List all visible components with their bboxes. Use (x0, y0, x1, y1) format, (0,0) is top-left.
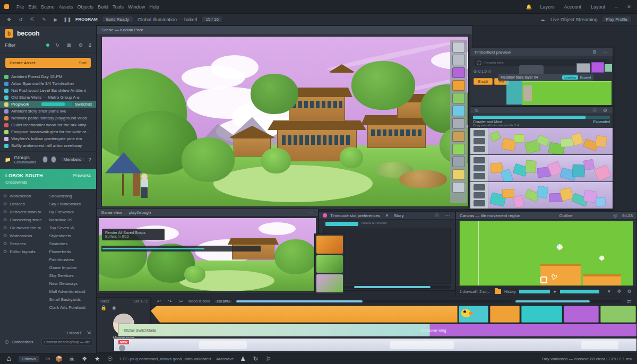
sort-label[interactable]: Sort (79, 60, 87, 65)
swatch-green[interactable] (600, 306, 636, 323)
star-icon[interactable]: ★ (93, 355, 101, 362)
eye-icon[interactable]: ◉ (110, 304, 118, 311)
tile-gray-icon[interactable] (452, 131, 465, 142)
hierarchy-item[interactable]: Softly ambercrest mill arbor creekway (0, 142, 96, 149)
swatch-orange[interactable] (490, 306, 520, 323)
refresh-icon[interactable]: ↻ (252, 355, 260, 362)
level-progress-2[interactable] (560, 290, 599, 293)
asset-block[interactable] (561, 138, 574, 147)
gear-icon[interactable]: ⚙ (601, 107, 609, 114)
list-item[interactable]: ⚙Editor layouts (3, 248, 47, 256)
scale-tool-icon[interactable]: ⇱ (29, 16, 36, 23)
scene-viewport[interactable] (101, 36, 469, 207)
pin-icon[interactable]: ☉ (591, 107, 598, 114)
more-icon[interactable]: ⋯ (601, 48, 609, 56)
grid-view-icon[interactable]: ▦ (65, 41, 73, 49)
pause-button[interactable]: ❚❚ (64, 16, 71, 23)
zoom-tool-icon[interactable] (452, 182, 465, 193)
more-icon[interactable]: ⋯ (444, 212, 451, 219)
list-item[interactable]: Sky Services (49, 272, 93, 280)
chevron-down-icon[interactable]: ▾ (606, 288, 613, 295)
clip-ghost[interactable] (199, 341, 247, 349)
hierarchy-item[interactable]: Arbor Sparrowlife 3/4 Twinfeather (0, 80, 96, 87)
settings-icon[interactable]: ⚙ (77, 41, 84, 49)
minimize-icon[interactable]: – (613, 3, 620, 11)
menu-item-build[interactable]: Build (96, 3, 110, 11)
refresh-icon[interactable]: ↻ (54, 41, 61, 49)
ring-sprite[interactable]: ❉ (599, 254, 605, 262)
loop-icon[interactable]: ⇄ (625, 298, 633, 305)
power-icon[interactable]: ♺ (5, 355, 13, 362)
members-button[interactable]: Members (59, 156, 85, 163)
move-tool-icon[interactable]: ✥ (5, 16, 13, 23)
asset-block[interactable] (595, 135, 608, 148)
asset-block[interactable] (593, 164, 611, 181)
platform-block[interactable] (583, 274, 621, 286)
asset-preview-row[interactable] (470, 155, 613, 182)
refresh-icon[interactable]: ↻ (474, 107, 479, 114)
hierarchy-item[interactable]: Nat Fushwood Level Sandview Ambient (0, 87, 96, 94)
robot-icon[interactable]: ☠ (68, 355, 75, 362)
snap-icon[interactable]: ✥ (616, 288, 623, 295)
menu-item-window[interactable]: Window (126, 3, 147, 11)
row-tool-icon[interactable] (474, 138, 485, 144)
hierarchy-item[interactable]: PropworkSwatchlist (0, 101, 96, 108)
bpm-chip[interactable]: 128 BPM (214, 299, 233, 304)
create-asset-button[interactable]: Create Asset Sort (5, 58, 91, 68)
camera-icon[interactable]: ◎ (612, 212, 619, 219)
menu-item-assets[interactable]: Assets (57, 3, 75, 11)
list-item[interactable]: Sky Frameworks (49, 200, 93, 208)
hierarchy-item[interactable]: Gullet treehandler wood for the ark viny… (0, 122, 96, 128)
menu-item-edit[interactable]: Edit (27, 3, 39, 11)
rotate-tool-icon[interactable]: ↺ (17, 16, 24, 23)
asset-block[interactable] (595, 197, 606, 206)
ring-sprite[interactable]: ❉ (556, 242, 563, 252)
timeline-scrub-bar-2[interactable] (515, 300, 622, 302)
gear-icon[interactable]: ⚙ (626, 288, 633, 295)
asset-block[interactable] (501, 169, 514, 182)
avatar[interactable] (42, 156, 48, 163)
list-item[interactable]: ⚙Behaved town tours (3, 208, 47, 216)
package-icon[interactable]: 📦 (55, 355, 63, 362)
hierarchy-item[interactable]: Foxglove boardwalk glen for the wide arb… (0, 128, 96, 135)
hierarchy-item[interactable]: Ambient story shelf plane live (0, 108, 96, 115)
row-tool-icon[interactable] (474, 200, 485, 206)
list-item[interactable]: Small Backyards (49, 296, 93, 304)
console-nav[interactable]: Story (394, 213, 404, 218)
hierarchy-item[interactable]: Old Stone Wells — Metro Group A-e (0, 94, 96, 101)
list-item[interactable]: New Getaways (49, 280, 93, 288)
level-canvas[interactable]: ❉ ❉ ♡ (459, 221, 633, 286)
list-item[interactable]: ⚙Services (3, 240, 47, 248)
toolbar-build-chip[interactable]: Build Ready (102, 16, 133, 23)
assets-status-right[interactable]: Expanded (593, 120, 610, 124)
menu-item-objects[interactable]: Objects (75, 3, 96, 11)
thumbnail[interactable] (316, 274, 343, 292)
selection-banner[interactable]: Preworks LOBOK SOUTH Crosswinds (0, 169, 96, 189)
list-item[interactable]: Top Seven W (49, 224, 93, 232)
row-tool-icon[interactable] (474, 173, 485, 179)
row-tool-icon[interactable] (474, 184, 485, 190)
asset-preview-row[interactable] (470, 182, 613, 209)
statusbar-brand-chip[interactable]: Ottawa (18, 356, 40, 362)
list-item[interactable]: ⚙Devices (3, 200, 47, 208)
lock-icon[interactable]: 🔒 (100, 304, 107, 311)
list-item[interactable]: Narrative 09 (49, 216, 93, 224)
hierarchy-item[interactable]: Ambient Forest Day 15-PM (0, 73, 96, 80)
menubar-right-layout[interactable]: Layout (589, 3, 607, 11)
tile-mint-cube[interactable] (605, 64, 612, 72)
grid-icon[interactable]: ❖ (81, 355, 88, 362)
asset-block[interactable] (489, 131, 501, 142)
timeline-scrub-bar[interactable] (236, 300, 512, 302)
asset-block[interactable] (513, 195, 524, 208)
list-item[interactable]: Flowerbeds (49, 248, 93, 256)
list-item[interactable]: By Fireworks (49, 208, 93, 216)
folder-icon[interactable] (495, 289, 501, 294)
prop-rock-icon[interactable] (452, 169, 465, 180)
list-item[interactable]: Stylesheets (49, 232, 93, 240)
banner-action[interactable]: Preworks (73, 173, 91, 178)
game-viewport[interactable]: Render All Saved Snaps Buffers in 8/12 (99, 218, 316, 292)
blob-purple-icon[interactable] (452, 80, 465, 91)
clip-ghost[interactable] (581, 341, 618, 349)
tilemap-selected-row[interactable]: Meadow base layer 04 Loading Expand (498, 74, 593, 81)
list-item[interactable]: ⚙Connecting street blobs (3, 216, 47, 224)
